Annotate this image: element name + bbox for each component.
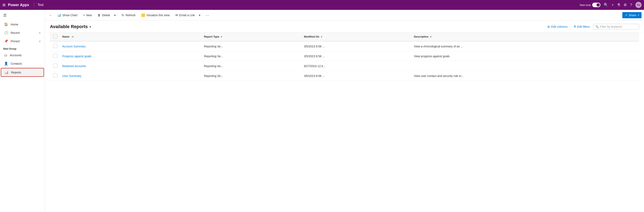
row-name-2: Retained accounts [60, 61, 202, 71]
search-icon[interactable]: 🔍 [604, 3, 608, 7]
table-header-row: Name ↑▾ Report Type ▾ Modified On ▾ De [50, 32, 639, 41]
add-icon[interactable]: + [612, 3, 614, 7]
sidebar-item-accounts[interactable]: 🗂 Accounts [1, 51, 44, 59]
table-row: Progress against goals Reporting Se... 3… [50, 51, 639, 61]
edit-columns-button[interactable]: ⊞ Edit columns [545, 24, 570, 30]
row-name-0: Account Summary [60, 41, 202, 51]
sidebar-item-pinned[interactable]: 📌 Pinned ∨ [1, 37, 44, 45]
new-label: New [86, 14, 92, 17]
row-checkbox-0[interactable] [53, 44, 57, 48]
edit-columns-label: Edit columns [551, 25, 568, 28]
edit-filters-button[interactable]: ⚗ Edit filters [571, 24, 592, 30]
row-type-3: Reporting Se... [202, 71, 302, 81]
more-options-button[interactable]: ⋯ [204, 12, 211, 19]
show-chart-icon: 📊 [57, 13, 61, 17]
delete-icon: 🗑 [98, 13, 101, 17]
description-sort-icon: ▾ [430, 36, 432, 38]
show-chart-label: Show Chart [62, 14, 77, 17]
table-row: Retained accounts Reporting Se... 6/27/2… [50, 61, 639, 71]
back-button[interactable]: ← [48, 12, 54, 18]
col-header-name[interactable]: Name ↑▾ [60, 32, 202, 41]
email-dropdown-button[interactable]: ▾ [198, 12, 201, 18]
filter-search-box: 🔍 [593, 24, 639, 30]
accounts-icon: 🗂 [4, 53, 7, 57]
sidebar-item-home[interactable]: 🏠 Home [1, 20, 44, 28]
filter-search-icon: 🔍 [595, 25, 599, 28]
row-checkbox-2[interactable] [53, 64, 57, 68]
avatar[interactable]: TU [636, 2, 642, 8]
topbar-right: New look 🔍 + ⚗ ⚙ ? TU [580, 2, 642, 8]
hamburger-button[interactable]: ☰ [0, 12, 45, 20]
view-title: Available Reports [50, 24, 88, 29]
new-look-toggle[interactable] [592, 3, 600, 7]
sidebar-home-label: Home [11, 23, 18, 26]
email-link-button[interactable]: ✉ Email a Link [173, 12, 197, 18]
report-link-2[interactable]: Retained accounts [62, 64, 86, 68]
header-checkbox[interactable] [53, 34, 57, 38]
row-checkbox-cell [50, 51, 60, 61]
edit-filters-label: Edit filters [577, 25, 590, 28]
sidebar-pinned-label: Pinned [11, 40, 20, 43]
sidebar-item-recent[interactable]: 🕐 Recent ∨ [1, 29, 44, 37]
visualize-button[interactable]: 🟨 Visualize this view [139, 12, 172, 18]
report-link-0[interactable]: Account Summary [62, 45, 86, 48]
table-row: User Summary Reporting Se... 3/5/2023 8:… [50, 71, 639, 81]
help-icon[interactable]: ? [630, 3, 632, 7]
topbar: ⊞ Power Apps Test New look 🔍 + ⚗ ⚙ ? TU [0, 0, 644, 10]
view-title-dropdown-icon[interactable]: ▾ [90, 25, 91, 29]
col-header-description[interactable]: Description ▾ [411, 32, 639, 41]
row-type-2: Reporting Se... [202, 61, 302, 71]
col-header-report-type[interactable]: Report Type ▾ [202, 32, 302, 41]
new-look-label: New look [580, 4, 590, 7]
share-button[interactable]: ↗ Share ▾ [622, 12, 642, 18]
share-chevron-icon: ▾ [638, 14, 639, 17]
row-checkbox-3[interactable] [53, 73, 57, 78]
new-button[interactable]: + New [81, 12, 94, 18]
reports-icon: 📊 [4, 70, 8, 74]
row-desc-1: View progress against goals [411, 51, 639, 61]
row-checkbox-cell [50, 41, 60, 51]
row-modified-1: 3/5/2023 8:58 ... [302, 51, 411, 61]
row-checkbox-1[interactable] [53, 54, 57, 58]
sidebar-contacts-label: Contacts [11, 62, 22, 65]
refresh-label: Refresh [126, 14, 136, 17]
table-row: Account Summary Reporting Se... 3/5/2023… [50, 41, 639, 51]
visualize-icon: 🟨 [141, 13, 145, 17]
report-link-3[interactable]: User Summary [62, 74, 81, 78]
filter-search-input[interactable] [600, 25, 637, 28]
topbar-divider [34, 3, 34, 7]
new-look-toggle-area: New look [580, 3, 600, 7]
settings-icon[interactable]: ⚙ [624, 3, 627, 7]
show-chart-button[interactable]: 📊 Show Chart [55, 12, 80, 18]
share-label: Share [629, 14, 636, 17]
sidebar-group-label: New Group [0, 45, 45, 51]
reports-table: Name ↑▾ Report Type ▾ Modified On ▾ De [50, 32, 639, 81]
delete-button[interactable]: 🗑 Delete [95, 12, 112, 18]
refresh-button[interactable]: ↻ Refresh [119, 12, 138, 18]
edit-columns-icon: ⊞ [548, 25, 550, 28]
waffle-icon[interactable]: ⊞ [2, 3, 6, 7]
recent-chevron-icon: ∨ [39, 31, 41, 34]
contacts-icon: 👤 [4, 62, 8, 65]
new-icon: + [83, 13, 85, 17]
delete-dropdown-button[interactable]: ▾ [113, 12, 116, 18]
row-modified-0: 3/5/2023 8:58 ... [302, 41, 411, 51]
sidebar-accounts-label: Accounts [10, 54, 22, 57]
view-actions: ⊞ Edit columns ⚗ Edit filters 🔍 [545, 24, 639, 30]
report-link-1[interactable]: Progress against goals [62, 55, 91, 58]
col-header-modified-on[interactable]: Modified On ▾ [302, 32, 411, 41]
view-header: Available Reports ▾ ⊞ Edit columns ⚗ Edi… [45, 21, 644, 32]
row-modified-2: 6/27/2024 12:4... [302, 61, 411, 71]
header-checkbox-cell [50, 32, 60, 41]
row-modified-3: 3/5/2023 8:58 ... [302, 71, 411, 81]
filter-icon[interactable]: ⚗ [617, 3, 620, 7]
row-name-3: User Summary [60, 71, 202, 81]
toolbar: ← 📊 Show Chart + New 🗑 Delete ▾ ↻ Refres… [45, 10, 644, 21]
modified-on-sort-icon: ▾ [321, 36, 322, 38]
row-desc-0: View a chronological summary of an ... [411, 41, 639, 51]
main-content: ← 📊 Show Chart + New 🗑 Delete ▾ ↻ Refres… [45, 10, 644, 212]
sidebar-item-reports[interactable]: 📊 Reports [1, 68, 44, 77]
share-icon: ↗ [625, 13, 628, 17]
email-icon: ✉ [176, 13, 178, 17]
sidebar-item-contacts[interactable]: 👤 Contacts [1, 60, 44, 67]
